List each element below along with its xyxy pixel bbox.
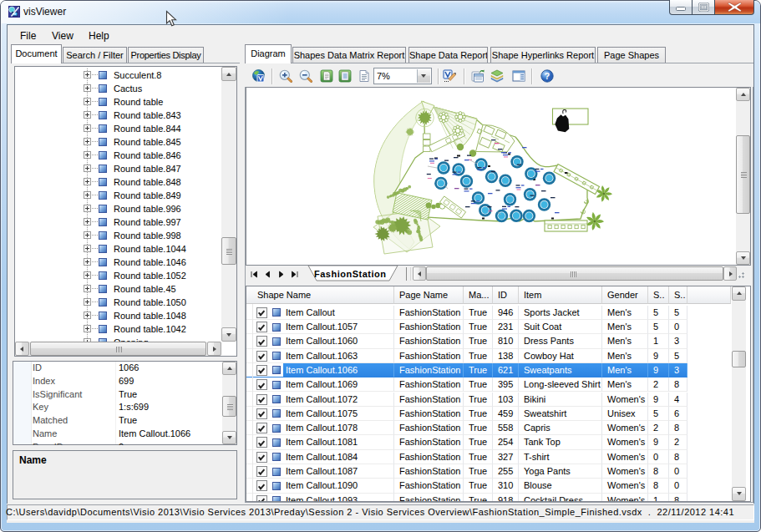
- svg-text:FashionStation: FashionStation: [314, 269, 386, 279]
- svg-text:?: ?: [545, 71, 550, 81]
